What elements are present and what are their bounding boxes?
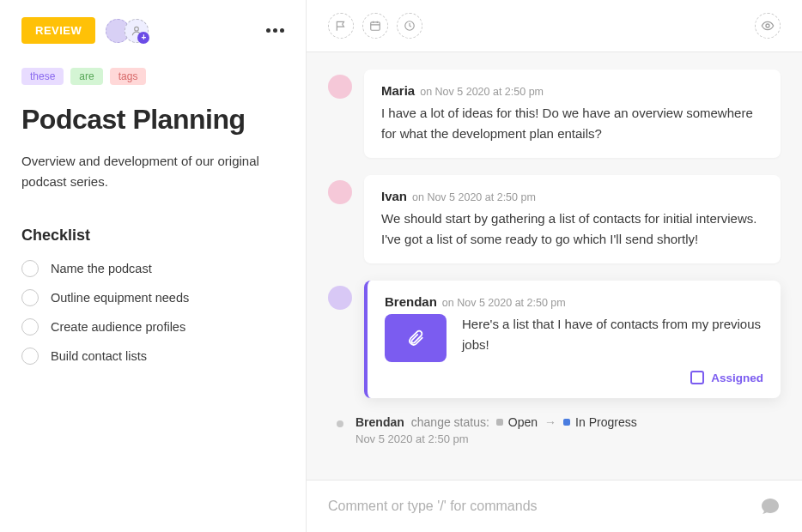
checklist-item[interactable]: Create audience profiles bbox=[21, 318, 284, 336]
clock-icon bbox=[404, 20, 416, 32]
checklist-item[interactable]: Name the podcast bbox=[21, 260, 284, 277]
details-panel: REVIEW + these are tags Podcast Planning… bbox=[0, 0, 307, 532]
left-header-left: REVIEW + bbox=[21, 17, 149, 44]
paperclip-icon bbox=[406, 329, 425, 348]
description: Overview and development of our original… bbox=[21, 151, 284, 192]
tags-row: these are tags bbox=[21, 68, 284, 85]
activity-panel: Maria on Nov 5 2020 at 2:50 pm I have a … bbox=[307, 0, 802, 532]
status-content: Brendan change status: Open → In Progres… bbox=[355, 415, 781, 445]
status-author: Brendan bbox=[355, 415, 404, 429]
svg-point-0 bbox=[135, 27, 139, 31]
checklist-item-label: Outline equipment needs bbox=[51, 291, 189, 305]
flag-button[interactable] bbox=[328, 13, 354, 39]
comment-timestamp: on Nov 5 2020 at 2:50 pm bbox=[420, 86, 544, 98]
comment-card: Ivan on Nov 5 2020 at 2:50 pm We should … bbox=[364, 175, 781, 263]
status-to-text: In Progress bbox=[575, 415, 637, 429]
comment-timestamp: on Nov 5 2020 at 2:50 pm bbox=[442, 297, 566, 309]
page-title: Podcast Planning bbox=[21, 104, 284, 136]
compose-bar bbox=[307, 480, 802, 532]
svg-point-3 bbox=[766, 24, 769, 27]
checklist-item-label: Build contact lists bbox=[51, 349, 147, 363]
tag[interactable]: are bbox=[70, 68, 102, 85]
comment-author: Ivan bbox=[381, 189, 407, 203]
comment-body: We should start by gathering a list of c… bbox=[381, 209, 763, 250]
comment-author: Maria bbox=[381, 83, 415, 98]
review-button[interactable]: REVIEW bbox=[21, 17, 95, 44]
comment-card: Maria on Nov 5 2020 at 2:50 pm I have a … bbox=[364, 70, 781, 158]
comment-footer: Assigned bbox=[385, 371, 763, 384]
status-change-row: Brendan change status: Open → In Progres… bbox=[328, 415, 781, 445]
comment: Ivan on Nov 5 2020 at 2:50 pm We should … bbox=[328, 175, 781, 263]
more-menu-button[interactable] bbox=[266, 28, 284, 33]
svg-rect-1 bbox=[371, 22, 380, 30]
assigned-label: Assigned bbox=[711, 372, 763, 384]
attachment-preview[interactable] bbox=[385, 314, 447, 362]
comment-header: Brendan on Nov 5 2020 at 2:50 pm bbox=[385, 294, 763, 309]
comment-timestamp: on Nov 5 2020 at 2:50 pm bbox=[412, 191, 536, 203]
comments-list: Maria on Nov 5 2020 at 2:50 pm I have a … bbox=[307, 52, 802, 480]
status-to: In Progress bbox=[563, 415, 637, 429]
status-dot-icon bbox=[337, 420, 343, 427]
checklist-item-label: Create audience profiles bbox=[51, 320, 185, 334]
attachment-row: Here's a list that I have of contacts fr… bbox=[385, 314, 763, 362]
calendar-icon bbox=[369, 20, 381, 32]
flag-icon bbox=[335, 20, 347, 32]
tag[interactable]: these bbox=[21, 68, 64, 85]
comment-header: Ivan on Nov 5 2020 at 2:50 pm bbox=[381, 189, 763, 203]
status-from: Open bbox=[496, 415, 538, 429]
header-icons bbox=[328, 13, 422, 39]
calendar-button[interactable] bbox=[362, 13, 388, 39]
time-button[interactable] bbox=[397, 13, 422, 39]
checkbox[interactable] bbox=[21, 348, 39, 365]
checklist: Name the podcast Outline equipment needs… bbox=[21, 260, 284, 365]
checklist-item-label: Name the podcast bbox=[51, 262, 152, 275]
add-assignee-button[interactable]: + bbox=[125, 19, 149, 43]
status-dot-gray-icon bbox=[496, 419, 503, 426]
chat-icon bbox=[760, 496, 781, 517]
comment-avatar[interactable] bbox=[328, 286, 352, 310]
left-header: REVIEW + bbox=[21, 17, 284, 44]
checkbox[interactable] bbox=[21, 260, 39, 277]
plus-icon: + bbox=[137, 32, 149, 44]
activity-header bbox=[307, 0, 802, 52]
status-label: change status: bbox=[411, 415, 489, 429]
status-dot-blue-icon bbox=[563, 419, 570, 426]
checkbox[interactable] bbox=[21, 289, 39, 306]
comment-body: Here's a list that I have of contacts fr… bbox=[462, 314, 763, 355]
status-line: Brendan change status: Open → In Progres… bbox=[355, 415, 781, 429]
comment-input[interactable] bbox=[328, 499, 760, 514]
status-timestamp: Nov 5 2020 at 2:50 pm bbox=[355, 432, 781, 445]
checklist-item[interactable]: Build contact lists bbox=[21, 348, 284, 365]
comment: Brendan on Nov 5 2020 at 2:50 pm Here's … bbox=[328, 281, 781, 398]
comment-avatar[interactable] bbox=[328, 75, 352, 99]
checklist-title: Checklist bbox=[21, 227, 284, 245]
status-from-text: Open bbox=[508, 415, 538, 429]
comment-author: Brendan bbox=[385, 294, 437, 309]
eye-icon bbox=[761, 19, 775, 33]
comment: Maria on Nov 5 2020 at 2:50 pm I have a … bbox=[328, 70, 781, 158]
arrow-right-icon: → bbox=[544, 415, 556, 429]
watch-button[interactable] bbox=[755, 13, 781, 39]
comment-avatar[interactable] bbox=[328, 180, 352, 204]
comment-body: I have a lot of ideas for this! Do we ha… bbox=[381, 103, 763, 144]
tag[interactable]: tags bbox=[110, 68, 147, 85]
send-button[interactable] bbox=[760, 496, 781, 517]
checkbox[interactable] bbox=[21, 318, 39, 336]
checklist-item[interactable]: Outline equipment needs bbox=[21, 289, 284, 306]
assigned-badge[interactable]: Assigned bbox=[690, 371, 763, 384]
comment-header: Maria on Nov 5 2020 at 2:50 pm bbox=[381, 83, 763, 98]
assignee-avatars[interactable]: + bbox=[106, 19, 149, 43]
comment-card-highlighted: Brendan on Nov 5 2020 at 2:50 pm Here's … bbox=[364, 281, 781, 398]
assigned-checkbox[interactable] bbox=[690, 371, 704, 384]
